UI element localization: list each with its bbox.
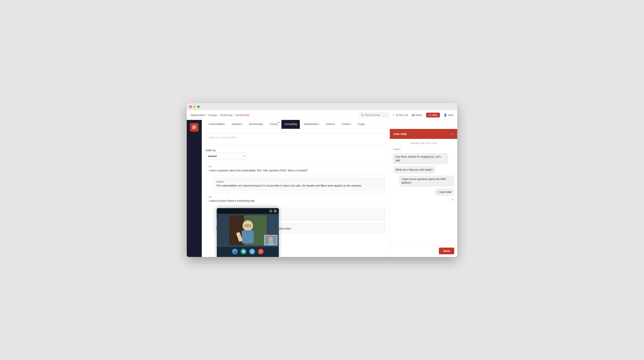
tab-authors[interactable]: Authors bbox=[323, 120, 338, 129]
user-label: John bbox=[448, 114, 454, 117]
svg-rect-6 bbox=[242, 230, 254, 243]
top-nav: Organization / Groups / FirstGroup / Dev… bbox=[187, 110, 457, 120]
message-sender: Me bbox=[209, 165, 383, 168]
help-nav-item[interactable]: ⊙ Help bbox=[426, 113, 440, 117]
video-main bbox=[217, 214, 279, 247]
sidebar-logo bbox=[190, 123, 198, 132]
svg-rect-13 bbox=[268, 241, 273, 245]
search-box[interactable]: 🔍 bbox=[359, 112, 389, 117]
chat-bubble-user-2: I need help! bbox=[435, 188, 454, 196]
chat-support-label: Support bbox=[393, 148, 454, 151]
message-item: Me I have a question about this vulnerab… bbox=[206, 162, 386, 175]
comment-placeholder: Add your comment here bbox=[209, 136, 237, 139]
breadcrumb-organization[interactable]: Organization bbox=[190, 114, 205, 117]
video-person bbox=[217, 214, 279, 247]
main-wrapper: Vulnerabilities Analytics DevSecOps Even… bbox=[202, 120, 457, 257]
video-person-svg bbox=[229, 215, 266, 245]
chat-header: Live chat — bbox=[390, 129, 457, 139]
chat-me-label: Me bbox=[393, 199, 454, 201]
breadcrumb-groups[interactable]: Groups bbox=[208, 114, 217, 117]
video-end-button[interactable]: ✕ bbox=[258, 249, 264, 254]
message-sender: Me bbox=[209, 196, 383, 198]
search-icon: 🔍 bbox=[361, 114, 364, 116]
video-minimize-button[interactable]: — bbox=[269, 209, 272, 213]
news-label: News bbox=[416, 114, 422, 117]
message-text: I want to know if there's something new bbox=[209, 199, 383, 203]
message-text: The vulnerabilities are closed because i… bbox=[216, 184, 383, 188]
chat-body: Tuesday, June 7th at 14:54 Support Hey t… bbox=[390, 139, 457, 245]
video-expand-button[interactable]: ⊞ bbox=[274, 209, 277, 213]
message-item: Me I want to know if there's something n… bbox=[206, 193, 386, 206]
help-label: Help bbox=[432, 114, 437, 117]
svg-point-1 bbox=[195, 125, 196, 126]
chat-timestamp: Tuesday, June 7th at 14:54 bbox=[393, 142, 454, 145]
live-chat-panel: Live chat — Tuesday, June 7th at 14:54 S… bbox=[390, 129, 457, 257]
check-icon: ✓ bbox=[393, 114, 395, 117]
chat-title: Live chat bbox=[394, 132, 406, 136]
video-thumbnail bbox=[264, 235, 277, 245]
breadcrumb-sep1: / bbox=[206, 114, 207, 117]
video-chat-button[interactable]: 💬 bbox=[241, 249, 246, 254]
help-icon: ⊙ bbox=[429, 114, 431, 117]
user-nav-item[interactable]: 👤 John bbox=[444, 114, 454, 117]
chat-footer: Send bbox=[390, 245, 457, 257]
breadcrumb-firstgroup[interactable]: FirstGroup bbox=[220, 114, 232, 117]
order-label: Order by bbox=[206, 149, 386, 152]
search-input[interactable] bbox=[365, 114, 387, 116]
tab-stakeholders[interactable]: Stakeholders bbox=[300, 120, 322, 129]
chat-bubble-user-1: I have some questions about the ARM plat… bbox=[399, 175, 454, 187]
breadcrumb-sep2: / bbox=[218, 114, 219, 117]
title-bar bbox=[187, 103, 457, 110]
comment-input[interactable]: Add your comment here bbox=[206, 133, 386, 146]
tab-devsecops[interactable]: DevSecOps bbox=[246, 120, 266, 129]
chat-bubble-support-2: What can I help you with today? bbox=[393, 166, 435, 174]
video-share-button[interactable]: 🖥 bbox=[249, 249, 255, 254]
todo-nav-item[interactable]: ✓ To-Do-List bbox=[393, 114, 408, 117]
minimize-button[interactable] bbox=[193, 105, 196, 108]
video-camera-button[interactable]: 📷 bbox=[232, 249, 238, 254]
svg-point-12 bbox=[268, 237, 273, 241]
tab-vulnerabilities[interactable]: Vulnerabilities bbox=[206, 120, 228, 129]
sidebar bbox=[187, 120, 202, 257]
news-nav-item[interactable]: 📢 News bbox=[412, 114, 422, 117]
breadcrumb: Organization / Groups / FirstGroup / Dev… bbox=[190, 114, 356, 117]
user-icon: 👤 bbox=[444, 114, 447, 117]
news-icon: 📢 bbox=[412, 114, 415, 117]
breadcrumb-devsecops: DevSecOps bbox=[236, 114, 250, 117]
tab-consulting[interactable]: Consulting bbox=[282, 120, 300, 129]
send-button[interactable]: Send bbox=[439, 248, 454, 254]
events-dot bbox=[278, 122, 279, 123]
tab-scope[interactable]: Scope bbox=[354, 120, 368, 129]
chat-minimize-button[interactable]: — bbox=[450, 132, 454, 136]
chat-bubble-support-1: Hey there, thanks for stopping by. Let's… bbox=[393, 153, 448, 164]
video-controls: 📷 💬 🖥 ✕ bbox=[217, 247, 279, 256]
breadcrumb-sep3: / bbox=[234, 114, 234, 117]
tab-bar: Vulnerabilities Analytics DevSecOps Even… bbox=[202, 120, 457, 129]
video-titlebar: — ⊞ bbox=[217, 208, 279, 214]
tab-analytics[interactable]: Analytics bbox=[229, 120, 245, 129]
todo-label: To-Do-List bbox=[396, 114, 408, 117]
order-section: Order by Newest Oldest Most Relevant ▾ bbox=[206, 149, 386, 159]
maximize-button[interactable] bbox=[197, 105, 200, 108]
close-button[interactable] bbox=[189, 105, 192, 108]
message-sender: Analyst bbox=[216, 180, 383, 183]
order-select-wrapper: Newest Oldest Most Relevant ▾ bbox=[206, 153, 247, 159]
nav-right: 🔍 ✓ To-Do-List 📢 News ⊙ Help 👤 John bbox=[359, 112, 454, 117]
video-overlay: — ⊞ bbox=[217, 208, 279, 257]
tab-events[interactable]: Events bbox=[266, 120, 281, 129]
main-layout: Vulnerabilities Analytics DevSecOps Even… bbox=[187, 120, 457, 257]
message-item: Analyst The vulnerabilities are closed b… bbox=[213, 178, 386, 191]
order-select[interactable]: Newest Oldest Most Relevant bbox=[206, 153, 247, 159]
tab-surface[interactable]: Surface bbox=[338, 120, 354, 129]
message-text: I have a question about this vulnerabili… bbox=[209, 169, 383, 172]
